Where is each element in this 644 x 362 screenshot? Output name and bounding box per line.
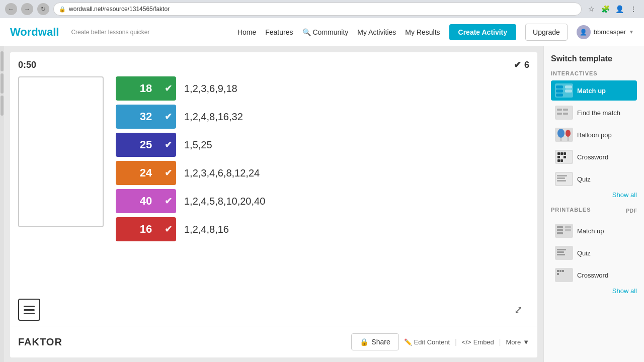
timer-row: 0:50 ✔ 6	[18, 59, 529, 70]
upgrade-button[interactable]: Upgrade	[525, 24, 568, 41]
svg-rect-34	[557, 251, 564, 253]
divider-1: |	[455, 338, 457, 346]
side-tab-1	[1, 51, 4, 71]
svg-rect-30	[565, 226, 571, 228]
show-all-printables[interactable]: Show all	[551, 287, 637, 295]
match-button-0[interactable]: 18✔	[116, 76, 176, 101]
drag-box[interactable]	[18, 76, 104, 227]
edit-content-link[interactable]: ✏️ Edit Content	[404, 338, 450, 346]
browser-actions: ☆ 🧩 👤 ⋮	[586, 4, 639, 15]
svg-rect-33	[557, 249, 566, 250]
expand-button[interactable]: ⤢	[507, 299, 529, 321]
chevron-down-icon: ▼	[629, 29, 634, 35]
back-button[interactable]: ←	[5, 3, 17, 15]
tick-icon-5: ✔	[165, 224, 172, 235]
svg-rect-23	[557, 175, 567, 176]
template-crossword[interactable]: Crossword	[551, 147, 637, 167]
lock-share-icon: 🔒	[360, 338, 368, 346]
match-value-2: 25	[140, 138, 152, 151]
share-button[interactable]: 🔒 Share	[351, 333, 398, 350]
svg-rect-19	[564, 156, 566, 158]
address-bar[interactable]: 🔒 wordwall.net/resource/1314565/faktor	[53, 3, 582, 16]
show-all-interactives[interactable]: Show all	[551, 191, 637, 199]
svg-rect-27	[557, 226, 563, 228]
bookmark-button[interactable]: ☆	[586, 4, 597, 15]
svg-rect-15	[557, 152, 560, 155]
template-matchup-print[interactable]: Match up	[551, 221, 637, 241]
game-content: 18✔1,2,3,6,9,1832✔1,2,4,8,16,3225✔1,5,25…	[18, 76, 529, 241]
svg-rect-21	[560, 159, 563, 162]
edit-icon: ✏️	[404, 338, 412, 346]
user-menu[interactable]: 👤 bbmcasper ▼	[577, 25, 634, 39]
extension-button[interactable]: 🧩	[600, 4, 611, 15]
matchup-print-icon	[555, 224, 573, 238]
match-button-4[interactable]: 40✔	[116, 189, 176, 213]
browser-chrome: ← → ↻ 🔒 wordwall.net/resource/1314565/fa…	[0, 0, 644, 18]
activity-footer: FAKTOR 🔒 Share ✏️ Edit Content | </> Emb…	[10, 326, 537, 357]
tick-icon-1: ✔	[165, 111, 172, 122]
match-button-5[interactable]: 16✔	[116, 217, 176, 241]
menu-line-2	[24, 309, 35, 311]
interactives-label: INTERACTIVES	[551, 70, 637, 76]
logo-text: Wordwall	[10, 26, 59, 39]
template-findmatch[interactable]: Find the match	[551, 103, 637, 123]
match-row: 40✔1,2,4,5,8,10,20,40	[116, 189, 529, 213]
score-value: 6	[524, 60, 529, 70]
match-value-1: 32	[140, 110, 152, 123]
match-button-2[interactable]: 25✔	[116, 133, 176, 157]
refresh-button[interactable]: ↻	[37, 3, 49, 15]
divider-2: |	[499, 338, 501, 346]
create-activity-button[interactable]: Create Activity	[449, 24, 517, 40]
svg-point-10	[557, 129, 565, 138]
nav-links: Home Features 🔍 Community My Activities …	[237, 24, 634, 41]
chevron-more-icon: ▼	[523, 338, 529, 346]
match-value-0: 18	[140, 82, 152, 95]
menu-button[interactable]: ⋮	[628, 4, 639, 15]
match-button-1[interactable]: 32✔	[116, 105, 176, 129]
more-link[interactable]: More ▼	[506, 338, 530, 346]
match-value-3: 24	[140, 166, 152, 179]
template-balloon[interactable]: Balloon pop	[551, 125, 637, 145]
logo[interactable]: Wordwall	[10, 26, 59, 39]
forward-button[interactable]: →	[21, 3, 33, 15]
svg-rect-40	[562, 270, 564, 272]
matchup-icon	[555, 83, 573, 98]
activity-wrapper: 0:50 ✔ 6 18✔1,2,3,6,9,1832✔1,2,4,8,16,32…	[4, 46, 543, 362]
quiz-print-icon	[555, 246, 573, 260]
match-value-4: 40	[140, 195, 152, 208]
template-quiz-print[interactable]: Quiz	[551, 243, 637, 263]
match-list: 18✔1,2,3,6,9,1832✔1,2,4,8,16,3225✔1,5,25…	[116, 76, 529, 241]
template-quiz[interactable]: Quiz	[551, 169, 637, 189]
match-row: 32✔1,2,4,8,16,32	[116, 105, 529, 129]
match-text-0: 1,2,3,6,9,18	[184, 83, 237, 95]
tick-icon-0: ✔	[165, 83, 172, 94]
template-matchup[interactable]: Match up	[551, 80, 637, 101]
svg-point-12	[566, 130, 571, 137]
svg-rect-35	[557, 254, 565, 255]
svg-rect-2	[556, 94, 563, 97]
embed-label: Embed	[473, 338, 494, 346]
nav-community[interactable]: 🔍 Community	[302, 28, 349, 36]
match-button-3[interactable]: 24✔	[116, 161, 176, 185]
checkmark-icon: ✔	[514, 59, 521, 70]
svg-rect-7	[563, 109, 568, 111]
lock-icon: 🔒	[59, 6, 66, 13]
profile-button[interactable]: 👤	[614, 4, 625, 15]
match-row: 18✔1,2,3,6,9,18	[116, 76, 529, 101]
match-text-3: 1,2,3,4,6,8,12,24	[184, 167, 260, 179]
crossword-print-label: Crossword	[577, 272, 608, 279]
match-text-5: 1,2,4,8,16	[184, 224, 229, 235]
nav-my-activities[interactable]: My Activities	[357, 28, 396, 36]
embed-link[interactable]: </> Embed	[462, 338, 494, 346]
nav-home[interactable]: Home	[237, 28, 256, 36]
svg-rect-37	[557, 270, 559, 272]
menu-icon-button[interactable]	[18, 299, 40, 321]
nav-my-results[interactable]: My Results	[405, 28, 440, 36]
menu-line-1	[24, 306, 35, 307]
svg-rect-18	[557, 156, 560, 158]
template-crossword-print[interactable]: Crossword	[551, 265, 637, 285]
tagline: Create better lessons quicker	[71, 29, 149, 36]
match-text-2: 1,5,25	[184, 139, 212, 151]
nav-features[interactable]: Features	[265, 28, 293, 36]
avatar: 👤	[577, 25, 591, 39]
